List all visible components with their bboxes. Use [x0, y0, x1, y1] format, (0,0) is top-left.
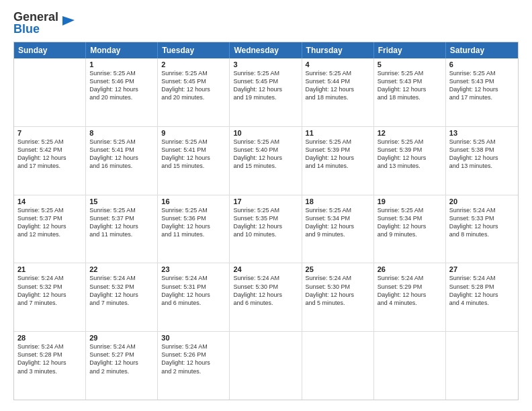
calendar-week-4: 21Sunrise: 5:24 AM Sunset: 5:32 PM Dayli…	[14, 263, 518, 332]
day-number: 14	[17, 197, 82, 205]
day-number: 11	[306, 129, 370, 137]
day-number: 2	[161, 60, 226, 68]
cell-info: Sunrise: 5:25 AM Sunset: 5:43 PM Dayligh…	[449, 69, 515, 102]
cell-info: Sunrise: 5:25 AM Sunset: 5:35 PM Dayligh…	[233, 206, 298, 239]
calendar-cell: 8Sunrise: 5:25 AM Sunset: 5:41 PM Daylig…	[86, 127, 158, 195]
day-of-week-friday: Friday	[374, 42, 446, 58]
day-number: 12	[378, 129, 442, 137]
calendar-cell: 15Sunrise: 5:25 AM Sunset: 5:37 PM Dayli…	[86, 195, 158, 263]
cell-info: Sunrise: 5:24 AM Sunset: 5:31 PM Dayligh…	[161, 274, 226, 307]
cell-info: Sunrise: 5:25 AM Sunset: 5:38 PM Dayligh…	[449, 138, 515, 171]
day-number: 25	[306, 265, 370, 273]
day-number: 8	[89, 129, 154, 137]
cell-info: Sunrise: 5:25 AM Sunset: 5:34 PM Dayligh…	[378, 206, 442, 239]
calendar-cell: 5Sunrise: 5:25 AM Sunset: 5:43 PM Daylig…	[374, 58, 446, 126]
calendar-body: 1Sunrise: 5:25 AM Sunset: 5:46 PM Daylig…	[14, 58, 518, 400]
calendar-cell: 11Sunrise: 5:25 AM Sunset: 5:39 PM Dayli…	[302, 127, 374, 195]
calendar-cell: 2Sunrise: 5:25 AM Sunset: 5:45 PM Daylig…	[158, 58, 230, 126]
calendar-cell: 20Sunrise: 5:24 AM Sunset: 5:33 PM Dayli…	[446, 195, 518, 263]
cell-info: Sunrise: 5:24 AM Sunset: 5:30 PM Dayligh…	[233, 274, 298, 307]
day-of-week-monday: Monday	[86, 42, 158, 58]
day-number: 22	[89, 265, 154, 273]
calendar-cell: 21Sunrise: 5:24 AM Sunset: 5:32 PM Dayli…	[14, 263, 86, 331]
cell-info: Sunrise: 5:25 AM Sunset: 5:36 PM Dayligh…	[161, 206, 226, 239]
day-number: 29	[89, 334, 154, 342]
calendar-header: SundayMondayTuesdayWednesdayThursdayFrid…	[14, 42, 518, 58]
day-number: 3	[233, 60, 298, 68]
day-number: 30	[161, 334, 226, 342]
calendar-week-1: 1Sunrise: 5:25 AM Sunset: 5:46 PM Daylig…	[14, 58, 518, 127]
day-number: 13	[449, 129, 515, 137]
cell-info: Sunrise: 5:24 AM Sunset: 5:30 PM Dayligh…	[306, 274, 370, 307]
calendar-cell: 19Sunrise: 5:25 AM Sunset: 5:34 PM Dayli…	[374, 195, 446, 263]
day-of-week-sunday: Sunday	[14, 42, 86, 58]
cell-info: Sunrise: 5:25 AM Sunset: 5:34 PM Dayligh…	[306, 206, 370, 239]
cell-info: Sunrise: 5:24 AM Sunset: 5:33 PM Dayligh…	[449, 206, 515, 239]
calendar-cell: 27Sunrise: 5:24 AM Sunset: 5:28 PM Dayli…	[446, 263, 518, 331]
cell-info: Sunrise: 5:25 AM Sunset: 5:42 PM Dayligh…	[17, 138, 82, 171]
calendar-cell: 3Sunrise: 5:25 AM Sunset: 5:45 PM Daylig…	[230, 58, 302, 126]
day-number: 28	[17, 334, 82, 342]
calendar-cell: 6Sunrise: 5:25 AM Sunset: 5:43 PM Daylig…	[446, 58, 518, 126]
calendar-week-5: 28Sunrise: 5:24 AM Sunset: 5:28 PM Dayli…	[14, 332, 518, 400]
calendar-cell: 12Sunrise: 5:25 AM Sunset: 5:39 PM Dayli…	[374, 127, 446, 195]
calendar: SundayMondayTuesdayWednesdayThursdayFrid…	[13, 42, 519, 400]
day-number: 4	[306, 60, 370, 68]
cell-info: Sunrise: 5:25 AM Sunset: 5:45 PM Dayligh…	[161, 69, 226, 102]
day-number: 1	[89, 60, 154, 68]
day-number: 9	[161, 129, 226, 137]
calendar-cell: 10Sunrise: 5:25 AM Sunset: 5:40 PM Dayli…	[230, 127, 302, 195]
calendar-cell: 9Sunrise: 5:25 AM Sunset: 5:41 PM Daylig…	[158, 127, 230, 195]
cell-info: Sunrise: 5:24 AM Sunset: 5:32 PM Dayligh…	[89, 274, 154, 307]
cell-info: Sunrise: 5:24 AM Sunset: 5:28 PM Dayligh…	[17, 342, 82, 375]
calendar-cell: 24Sunrise: 5:24 AM Sunset: 5:30 PM Dayli…	[230, 263, 302, 331]
calendar-cell: 14Sunrise: 5:25 AM Sunset: 5:37 PM Dayli…	[14, 195, 86, 263]
svg-marker-0	[62, 16, 75, 26]
day-number: 17	[233, 197, 298, 205]
logo-blue: Blue	[13, 23, 58, 35]
header: General Blue	[13, 11, 519, 35]
cell-info: Sunrise: 5:25 AM Sunset: 5:45 PM Dayligh…	[233, 69, 298, 102]
cell-info: Sunrise: 5:25 AM Sunset: 5:37 PM Dayligh…	[17, 206, 82, 239]
calendar-cell: 25Sunrise: 5:24 AM Sunset: 5:30 PM Dayli…	[302, 263, 374, 331]
calendar-cell: 13Sunrise: 5:25 AM Sunset: 5:38 PM Dayli…	[446, 127, 518, 195]
calendar-cell: 22Sunrise: 5:24 AM Sunset: 5:32 PM Dayli…	[86, 263, 158, 331]
calendar-cell: 28Sunrise: 5:24 AM Sunset: 5:28 PM Dayli…	[14, 332, 86, 400]
cell-info: Sunrise: 5:24 AM Sunset: 5:26 PM Dayligh…	[161, 342, 226, 375]
calendar-cell: 23Sunrise: 5:24 AM Sunset: 5:31 PM Dayli…	[158, 263, 230, 331]
calendar-week-3: 14Sunrise: 5:25 AM Sunset: 5:37 PM Dayli…	[14, 195, 518, 264]
cell-info: Sunrise: 5:25 AM Sunset: 5:44 PM Dayligh…	[306, 69, 370, 102]
cell-info: Sunrise: 5:25 AM Sunset: 5:41 PM Dayligh…	[89, 138, 154, 171]
calendar-cell: 4Sunrise: 5:25 AM Sunset: 5:44 PM Daylig…	[302, 58, 374, 126]
cell-info: Sunrise: 5:24 AM Sunset: 5:32 PM Dayligh…	[17, 274, 82, 307]
day-number: 24	[233, 265, 298, 273]
calendar-cell: 30Sunrise: 5:24 AM Sunset: 5:26 PM Dayli…	[158, 332, 230, 400]
day-number: 15	[89, 197, 154, 205]
logo-general: General	[13, 11, 58, 23]
calendar-cell: 26Sunrise: 5:24 AM Sunset: 5:29 PM Dayli…	[374, 263, 446, 331]
calendar-cell: 7Sunrise: 5:25 AM Sunset: 5:42 PM Daylig…	[14, 127, 86, 195]
day-number: 18	[306, 197, 370, 205]
calendar-cell	[446, 332, 518, 400]
day-number: 10	[233, 129, 298, 137]
day-of-week-thursday: Thursday	[302, 42, 374, 58]
logo: General Blue	[13, 11, 75, 35]
cell-info: Sunrise: 5:25 AM Sunset: 5:40 PM Dayligh…	[233, 138, 298, 171]
day-of-week-wednesday: Wednesday	[230, 42, 302, 58]
logo-triangle-icon	[60, 13, 75, 32]
cell-info: Sunrise: 5:25 AM Sunset: 5:41 PM Dayligh…	[161, 138, 226, 171]
cell-info: Sunrise: 5:25 AM Sunset: 5:39 PM Dayligh…	[306, 138, 370, 171]
day-number: 16	[161, 197, 226, 205]
cell-info: Sunrise: 5:25 AM Sunset: 5:43 PM Dayligh…	[378, 69, 442, 102]
day-number: 27	[449, 265, 515, 273]
calendar-cell: 16Sunrise: 5:25 AM Sunset: 5:36 PM Dayli…	[158, 195, 230, 263]
page: General Blue SundayMondayTuesdayWednesda…	[0, 0, 532, 411]
day-number: 19	[378, 197, 442, 205]
day-number: 5	[378, 60, 442, 68]
calendar-cell	[230, 332, 302, 400]
day-number: 7	[17, 129, 82, 137]
day-number: 26	[378, 265, 442, 273]
calendar-cell: 1Sunrise: 5:25 AM Sunset: 5:46 PM Daylig…	[86, 58, 158, 126]
day-number: 21	[17, 265, 82, 273]
cell-info: Sunrise: 5:24 AM Sunset: 5:29 PM Dayligh…	[378, 274, 442, 307]
